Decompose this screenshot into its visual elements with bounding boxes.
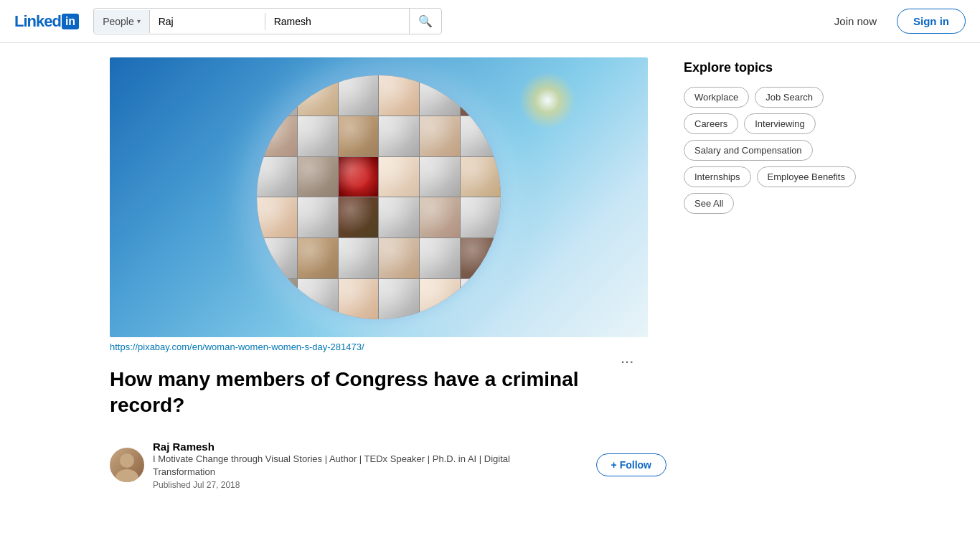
title-row: How many members of Congress have a crim… [110,352,666,423]
globe-cell [298,116,338,156]
topic-tags-container: WorkplaceJob SearchCareersInterviewingSa… [684,87,870,214]
globe-cell [298,157,338,197]
search-type-label: People [103,16,134,27]
globe-cell [257,197,297,237]
globe-cell [339,116,379,156]
globe-cell [339,75,379,116]
topic-tag[interactable]: Interviewing [744,113,815,134]
globe-cell [379,116,419,156]
globe-cell [420,116,460,156]
globe-collage [257,75,501,319]
globe-cell [461,75,501,116]
image-caption-link[interactable]: https://pixabay.com/en/woman-women-women… [110,342,648,352]
search-second-input[interactable] [265,10,409,33]
globe-cell [461,116,501,156]
globe-cell [339,279,379,319]
svg-point-1 [116,469,138,482]
globe-cell [461,238,501,278]
globe-cell [379,238,419,278]
globe-cell [420,157,460,197]
article-title: How many members of Congress have a crim… [110,367,612,419]
author-date: Published Jul 27, 2018 [153,480,588,490]
header: Linkedin People ▾ 🔍 Join now Sign in [0,0,980,43]
follow-button[interactable]: + Follow [596,453,666,476]
author-info: Raj Ramesh I Motivate Change through Vis… [153,441,588,490]
globe-cell [257,75,297,116]
globe-cell [379,197,419,237]
globe-cell [257,157,297,197]
globe-cell [257,279,297,319]
topic-tag[interactable]: Workplace [684,87,749,108]
article-image-container: https://pixabay.com/en/woman-women-women… [110,57,648,352]
logo[interactable]: Linkedin [14,12,79,31]
author-section: Raj Ramesh I Motivate Change through Vis… [110,441,666,490]
topic-tag[interactable]: See All [684,193,734,214]
logo-in-box: in [62,14,79,29]
globe-cell [379,157,419,197]
topic-tag[interactable]: Careers [684,113,738,134]
globe-cell [339,197,379,237]
search-first-input[interactable] [150,10,265,33]
article-image [110,57,648,337]
globe-cell [420,279,460,319]
avatar-image [110,448,144,482]
globe-cell [420,238,460,278]
topic-tag[interactable]: Internships [684,166,751,187]
globe-cell [257,238,297,278]
svg-point-0 [120,453,134,468]
join-now-button[interactable]: Join now [823,9,888,33]
main-content: https://pixabay.com/en/woman-women-women… [95,43,885,490]
search-button[interactable]: 🔍 [409,9,441,34]
globe-cell [461,197,501,237]
globe-cell [420,197,460,237]
explore-topics-title: Explore topics [684,60,870,75]
author-name[interactable]: Raj Ramesh [153,441,588,453]
globe-cell [298,197,338,237]
logo-text: Linked [14,12,61,31]
globe-cell [420,75,460,116]
sidebar: Explore topics WorkplaceJob SearchCareer… [684,57,870,490]
topic-tag[interactable]: Employee Benefits [757,166,856,187]
search-type-dropdown[interactable]: People ▾ [94,10,150,33]
author-avatar[interactable] [110,448,144,482]
globe-cell [339,238,379,278]
article-area: https://pixabay.com/en/woman-women-women… [110,57,666,490]
globe-cell [298,75,338,116]
search-bar: People ▾ 🔍 [93,8,442,34]
globe-cell [298,279,338,319]
globe-cell [379,75,419,116]
topic-tag[interactable]: Salary and Compensation [684,140,813,161]
author-bio: I Motivate Change through Visual Stories… [153,453,555,479]
globe-cell [461,279,501,319]
lens-flare [519,72,576,129]
dropdown-arrow-icon: ▾ [137,17,141,25]
globe-cell [461,157,501,197]
topic-tag[interactable]: Job Search [755,87,824,108]
globe-cell [257,116,297,156]
more-options-button[interactable]: ··· [621,352,633,371]
globe-cell [339,157,379,197]
globe-cell [379,279,419,319]
globe-cell [298,238,338,278]
sign-in-button[interactable]: Sign in [897,9,966,34]
